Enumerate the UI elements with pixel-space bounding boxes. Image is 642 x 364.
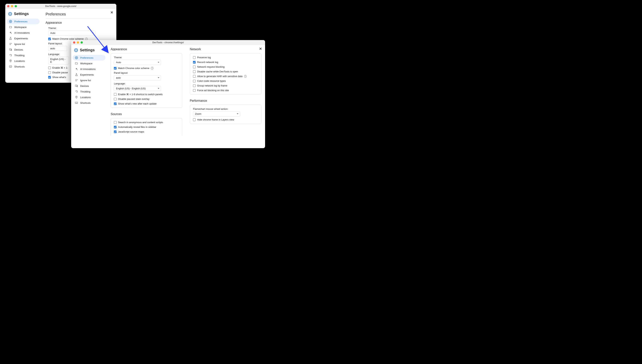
devices-icon (9, 48, 12, 51)
js-source-maps-label: JavaScript source maps (118, 130, 144, 133)
network-heading: Network (190, 48, 261, 51)
sidebar-item-workspace[interactable]: Workspace (73, 60, 105, 66)
sidebar-item-ignore-list[interactable]: Ignore list (7, 41, 40, 47)
svg-point-5 (76, 57, 77, 58)
show-whats-new-checkbox[interactable] (114, 102, 117, 105)
panel-layout-select[interactable]: auto (48, 46, 67, 51)
sidebar-item-label: Throttling (14, 54, 25, 57)
sidebar-item-label: Devices (80, 84, 89, 88)
close-window-icon[interactable] (73, 41, 75, 44)
chevron-down-icon (237, 113, 238, 114)
language-select[interactable]: English (US) - English (US) (114, 86, 161, 91)
flame-select[interactable]: Zoom (193, 111, 240, 116)
page-title: Preferences (46, 12, 112, 18)
sidebar-item-label: Experiments (80, 73, 94, 76)
record-log-checkbox[interactable] (193, 61, 196, 64)
keyboard-icon (75, 101, 78, 104)
svg-point-3 (10, 60, 11, 61)
theme-select[interactable]: Auto (48, 30, 95, 36)
help-icon[interactable] (244, 75, 247, 78)
sidebar-item-throttling[interactable]: Throttling (73, 89, 105, 94)
minimize-window-icon[interactable] (11, 5, 13, 7)
preserve-log-label: Preserve log (197, 56, 211, 59)
language-select[interactable]: English (US) - E (48, 56, 69, 64)
sidebar-item-locations[interactable]: Locations (73, 94, 105, 100)
help-icon[interactable] (85, 38, 88, 40)
match-chrome-checkbox[interactable] (48, 38, 51, 40)
sidebar-item-label: Preferences (80, 56, 93, 59)
sidebar-item-ignore-list[interactable]: Ignore list (73, 78, 105, 83)
show-whats-new-checkbox[interactable] (48, 76, 51, 78)
close-icon[interactable] (110, 10, 114, 14)
theme-value: Auto (50, 32, 55, 34)
window-title: DevTools - chrome://settings/ (71, 41, 265, 44)
sidebar-item-preferences[interactable]: Preferences (73, 55, 105, 60)
zoom-window-icon[interactable] (15, 5, 17, 7)
sparkle-icon (9, 31, 12, 34)
search-anonymous-checkbox[interactable] (114, 121, 117, 124)
language-value: English (US) - E (50, 58, 67, 63)
sidebar-item-ai-innovations[interactable]: AI innovations (73, 66, 105, 72)
hide-chrome-frame-checkbox[interactable] (193, 118, 196, 121)
request-blocking-checkbox[interactable] (193, 66, 196, 68)
sidebar-item-devices[interactable]: Devices (7, 47, 40, 52)
match-chrome-checkbox[interactable] (114, 67, 117, 70)
preserve-log-checkbox[interactable] (193, 56, 196, 59)
sidebar-item-label: AI innovations (14, 32, 30, 34)
window-title: DevTools - www.google.com/ (5, 5, 116, 8)
sidebar-item-devices[interactable]: Devices (73, 83, 105, 89)
close-window-icon[interactable] (7, 5, 10, 7)
flask-icon (75, 73, 78, 76)
sidebar-item-experiments[interactable]: Experiments (73, 72, 105, 78)
sidebar-item-label: Shortcuts (14, 65, 25, 68)
enable-shortcut-checkbox[interactable] (48, 66, 51, 69)
panel-layout-select[interactable]: auto (114, 75, 161, 80)
enable-shortcut-label: Enable ⌘ + 1- (52, 66, 68, 69)
disable-cache-checkbox[interactable] (193, 70, 196, 73)
sidebar-item-label: Ignore list (80, 79, 91, 82)
flame-label: Flamechart mouse wheel action: (193, 108, 258, 110)
sidebar-item-shortcuts[interactable]: Shortcuts (7, 64, 40, 70)
auto-reveal-checkbox[interactable] (114, 126, 117, 128)
sidebar-item-experiments[interactable]: Experiments (7, 36, 40, 41)
appearance-heading: Appearance (46, 21, 112, 24)
har-sensitive-checkbox[interactable] (193, 75, 196, 78)
minimize-window-icon[interactable] (77, 41, 79, 44)
show-whats-new-label: Show what's new after each update (118, 102, 157, 105)
settings-heading: Settings (14, 12, 29, 16)
zoom-window-icon[interactable] (81, 41, 83, 44)
close-icon[interactable] (259, 47, 263, 50)
group-by-frame-checkbox[interactable] (193, 84, 196, 87)
enable-shortcut-checkbox[interactable] (114, 93, 117, 96)
chevron-down-icon (158, 77, 159, 78)
sidebar-item-throttling[interactable]: Throttling (7, 52, 40, 58)
search-anonymous-label: Search in anonymous and content scripts (118, 121, 163, 124)
force-ad-block-checkbox[interactable] (193, 89, 196, 92)
traffic-lights (73, 41, 83, 44)
ignore-list-icon (75, 79, 78, 82)
sidebar-item-shortcuts[interactable]: Shortcuts (73, 100, 105, 106)
disable-paused-checkbox[interactable] (48, 71, 51, 74)
sources-heading: Sources (111, 112, 182, 116)
theme-select[interactable]: Auto (114, 60, 161, 65)
sidebar-item-workspace[interactable]: Workspace (7, 24, 40, 30)
sidebar: Settings Preferences Workspace AI innova… (71, 45, 107, 148)
js-source-maps-checkbox[interactable] (114, 130, 117, 133)
gear-icon (75, 56, 78, 59)
color-code-checkbox[interactable] (193, 80, 196, 82)
help-icon[interactable] (151, 67, 153, 70)
sidebar-item-locations[interactable]: Locations (7, 58, 40, 64)
gauge-icon (75, 90, 78, 93)
panel-layout-value: auto (116, 76, 121, 79)
sparkle-icon (75, 68, 78, 70)
disable-paused-checkbox[interactable] (114, 98, 117, 100)
gauge-icon (9, 54, 12, 57)
performance-card: Flamechart mouse wheel action: Zoom Hide… (190, 105, 261, 124)
sidebar-item-label: Throttling (80, 90, 90, 93)
sidebar-item-ai-innovations[interactable]: AI innovations (7, 30, 40, 36)
sidebar-item-preferences[interactable]: Preferences (7, 18, 40, 24)
sidebar-item-label: Locations (80, 96, 91, 99)
panel-layout-value: auto (50, 47, 55, 50)
svg-point-0 (10, 21, 11, 22)
main-panel: Appearance Theme: Auto Match Chrome colo… (107, 45, 265, 148)
